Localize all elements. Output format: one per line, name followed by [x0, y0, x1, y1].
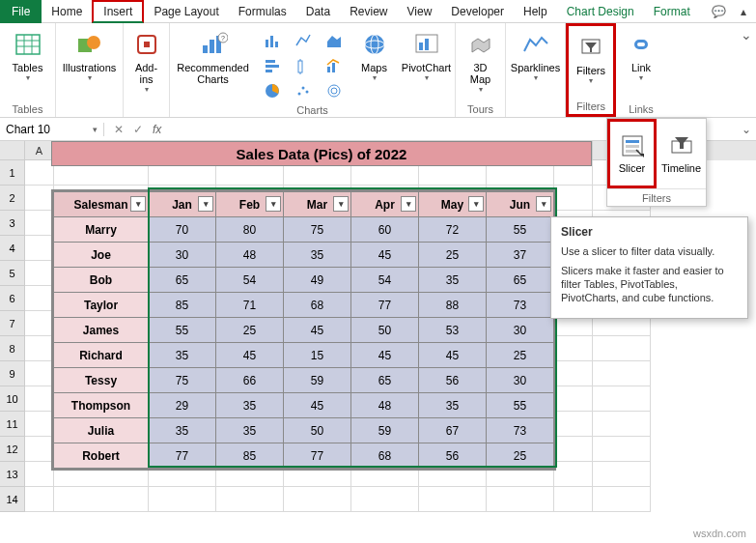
filter-dropdown-icon[interactable]: ▾ [401, 196, 416, 212]
col-header[interactable]: A [25, 141, 54, 160]
table-cell[interactable]: 50 [351, 318, 419, 343]
table-header[interactable]: Feb▾ [216, 192, 284, 217]
tab-home[interactable]: Home [42, 0, 92, 23]
table-cell[interactable]: 25 [487, 343, 554, 368]
filter-dropdown-icon[interactable]: ▾ [536, 196, 551, 212]
table-cell[interactable]: 73 [487, 418, 554, 443]
table-cell[interactable]: 55 [487, 217, 554, 243]
table-cell[interactable]: 35 [419, 393, 487, 418]
row-header[interactable]: 12 [0, 437, 25, 462]
table-row-name[interactable]: Richard [54, 343, 149, 368]
table-row-name[interactable]: Julia [54, 418, 149, 443]
table-cell[interactable]: 35 [149, 343, 216, 368]
table-cell[interactable]: 54 [351, 268, 419, 293]
table-cell[interactable]: 88 [419, 293, 487, 318]
table-row-name[interactable]: Tessy [54, 368, 149, 393]
table-header[interactable]: Salesman▾ [54, 192, 149, 217]
table-cell[interactable]: 73 [487, 293, 554, 318]
table-row-name[interactable]: Thompson [54, 393, 149, 418]
table-cell[interactable]: 35 [216, 393, 284, 418]
table-cell[interactable]: 85 [216, 443, 284, 469]
table-cell[interactable]: 65 [149, 268, 216, 293]
table-header[interactable]: Jan▾ [149, 192, 216, 217]
comments-icon[interactable]: 💬 [706, 0, 731, 23]
table-cell[interactable]: 77 [149, 443, 216, 469]
table-row-name[interactable]: Joe [54, 243, 149, 268]
filter-dropdown-icon[interactable]: ▾ [468, 196, 484, 212]
combo-chart-icon[interactable] [320, 54, 349, 77]
collapse-ribbon-icon[interactable]: ▴ [731, 0, 756, 23]
expand-formula-bar-icon[interactable]: ⌄ [737, 123, 756, 136]
table-cell[interactable]: 30 [487, 318, 554, 343]
table-row-name[interactable]: James [54, 318, 149, 343]
ribbon-expand-icon[interactable]: ⌄ [741, 27, 752, 43]
table-cell[interactable]: 54 [216, 268, 284, 293]
table-cell[interactable]: 25 [487, 443, 554, 469]
tab-data[interactable]: Data [296, 0, 340, 23]
table-cell[interactable]: 71 [216, 293, 284, 318]
tab-view[interactable]: View [398, 0, 442, 23]
table-cell[interactable]: 15 [284, 343, 351, 368]
table-cell[interactable]: 45 [351, 343, 419, 368]
table-cell[interactable]: 85 [149, 293, 216, 318]
table-cell[interactable]: 25 [216, 318, 284, 343]
table-cell[interactable]: 72 [419, 217, 487, 243]
tab-format[interactable]: Format [644, 0, 700, 23]
row-header[interactable]: 5 [0, 261, 25, 286]
table-cell[interactable]: 45 [216, 343, 284, 368]
3d-map-button[interactable]: 3D Map ▾ [459, 25, 503, 94]
row-header[interactable]: 11 [0, 412, 25, 437]
timeline-button[interactable]: Timeline [657, 119, 706, 188]
sparklines-button[interactable]: Sparklines ▾ [510, 25, 562, 82]
scatter-chart-icon[interactable] [289, 79, 318, 102]
table-row-name[interactable]: Bob [54, 268, 149, 293]
link-button[interactable]: Link ▾ [619, 25, 663, 82]
table-cell[interactable]: 37 [487, 243, 554, 268]
table-cell[interactable]: 55 [487, 393, 554, 418]
table-cell[interactable]: 30 [149, 243, 216, 268]
tables-button[interactable]: Tables ▾ [6, 25, 50, 82]
tab-file[interactable]: File [0, 0, 42, 23]
table-cell[interactable]: 70 [149, 217, 216, 243]
radar-chart-icon[interactable] [320, 79, 349, 102]
row-header[interactable]: 10 [0, 386, 25, 412]
fx-cancel-icon[interactable]: ✕ [114, 123, 124, 136]
pivotchart-button[interactable]: PivotChart ▾ [401, 25, 453, 82]
table-cell[interactable]: 48 [351, 393, 419, 418]
table-cell[interactable]: 45 [284, 318, 351, 343]
table-cell[interactable]: 30 [487, 368, 554, 393]
filter-dropdown-icon[interactable]: ▾ [333, 196, 349, 212]
illustrations-button[interactable]: Illustrations ▾ [64, 25, 116, 82]
table-header[interactable]: Mar▾ [284, 192, 351, 217]
filter-dropdown-icon[interactable]: ▾ [198, 196, 213, 212]
fx-enter-icon[interactable]: ✓ [133, 123, 143, 136]
table-cell[interactable]: 56 [419, 368, 487, 393]
table-row-name[interactable]: Marry [54, 217, 149, 243]
bar-chart-icon[interactable] [258, 54, 287, 77]
addins-button[interactable]: Add- ins ▾ [125, 25, 169, 94]
row-header[interactable]: 6 [0, 286, 25, 311]
table-cell[interactable]: 48 [216, 243, 284, 268]
table-cell[interactable]: 75 [284, 217, 351, 243]
row-header[interactable]: 13 [0, 462, 25, 487]
table-cell[interactable]: 80 [216, 217, 284, 243]
table-cell[interactable]: 77 [284, 443, 351, 469]
table-row-name[interactable]: Taylor [54, 293, 149, 318]
table-cell[interactable]: 77 [351, 293, 419, 318]
table-cell[interactable]: 67 [419, 418, 487, 443]
tab-page-layout[interactable]: Page Layout [144, 0, 228, 23]
table-cell[interactable]: 50 [284, 418, 351, 443]
table-header[interactable]: Apr▾ [351, 192, 419, 217]
row-header[interactable]: 2 [0, 186, 25, 211]
filter-dropdown-icon[interactable]: ▾ [130, 196, 146, 212]
area-chart-icon[interactable] [320, 29, 349, 52]
table-row-name[interactable]: Robert [54, 443, 149, 469]
tab-formulas[interactable]: Formulas [229, 0, 296, 23]
table-cell[interactable]: 35 [284, 243, 351, 268]
tab-insert[interactable]: Insert [92, 0, 144, 23]
table-cell[interactable]: 60 [351, 217, 419, 243]
row-header[interactable]: 4 [0, 236, 25, 261]
row-header[interactable]: 1 [0, 160, 25, 186]
row-header[interactable]: 9 [0, 361, 25, 386]
tab-review[interactable]: Review [340, 0, 397, 23]
